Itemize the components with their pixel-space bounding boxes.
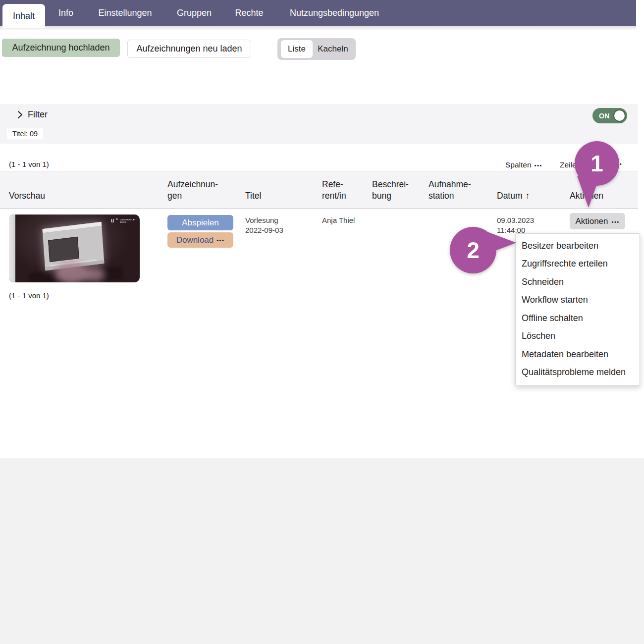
datum-label: Datum <box>497 191 523 201</box>
menu-item-schneiden[interactable]: Schneiden <box>516 273 640 291</box>
aktionen-label: Aktionen <box>575 216 608 226</box>
col-header-referent[interactable]: Refe- rent/in <box>322 179 346 202</box>
aktionen-button[interactable]: Aktionen ••• <box>570 213 625 229</box>
abspielen-button[interactable]: Abspielen <box>167 215 233 230</box>
university-bern-logo: u b UNIVERSITÄT BERN <box>111 217 136 223</box>
tab-gruppen[interactable]: Gruppen <box>169 0 219 26</box>
aktionen-dots-icon[interactable]: ••• <box>612 219 620 225</box>
tab-nutzungsbedingungen[interactable]: Nutzungsbedingungen <box>283 0 385 26</box>
logo-wordmark: UNIVERSITÄT BERN <box>120 218 136 223</box>
result-count-top: (1 - 1 von 1) <box>9 160 49 168</box>
col-header-datum[interactable]: Datum↑ <box>497 178 530 202</box>
toggle-knob[interactable] <box>613 109 626 122</box>
page-footer-area <box>0 458 644 644</box>
chevron-right-icon <box>17 110 23 119</box>
tab-rechte[interactable]: Rechte <box>229 0 269 26</box>
annotation-marker-2: 2 <box>450 227 519 274</box>
menu-item-zugriffsrechte-erteilen[interactable]: Zugriffsrechte erteilen <box>516 255 640 273</box>
menu-item-metadaten-bearbeiten[interactable]: Metadaten bearbeiten <box>516 345 640 364</box>
filter-on-toggle[interactable]: ON <box>592 108 627 123</box>
sort-ascending-icon[interactable]: ↑ <box>526 191 530 201</box>
view-toggle: Liste Kacheln <box>277 38 356 60</box>
col-header-beschreibung[interactable]: Beschrei- bung <box>372 179 409 202</box>
menu-item-workflow-starten[interactable]: Workflow starten <box>516 291 640 310</box>
spalten-dots-icon[interactable]: ••• <box>535 162 542 168</box>
tab-einstellungen[interactable]: Einstellungen <box>89 0 161 26</box>
row-titel: Vorlesung 2022-09-03 <box>245 215 283 235</box>
navbar-shadow <box>0 26 636 31</box>
view-toggle-kacheln[interactable]: Kacheln <box>313 40 353 58</box>
filter-chip-titel[interactable]: Titel: 09 <box>7 128 43 139</box>
filter-expander[interactable]: Filter <box>17 109 48 120</box>
filter-panel <box>0 104 638 144</box>
marker-2-circle: 2 <box>450 227 496 273</box>
annotation-marker-1: 1 <box>573 141 621 208</box>
view-toggle-liste[interactable]: Liste <box>281 40 313 58</box>
col-header-aufnahmestation[interactable]: Aufnahme- station <box>429 179 471 202</box>
col-header-aufzeichnungen: Aufzeichnun- gen <box>167 179 218 202</box>
thumbnail-video-frame <box>48 237 79 262</box>
menu-item-qualitaetsprobleme-melden[interactable]: Qualitätsprobleme melden <box>516 364 640 382</box>
menu-item-offline-schalten[interactable]: Offline schalten <box>516 309 640 327</box>
filter-label: Filter <box>28 109 48 120</box>
reload-recordings-button[interactable]: Aufzeichnungen neu laden <box>127 40 251 58</box>
menu-item-loeschen[interactable]: Löschen <box>516 327 640 346</box>
thumbnail-left-strip <box>9 215 15 282</box>
spalten-menu-control[interactable]: Spalten ••• <box>505 161 542 169</box>
thumbnail-hand-2 <box>83 267 105 282</box>
col-header-vorschau: Vorschau <box>9 190 45 202</box>
tab-inhalt[interactable]: Inhalt <box>2 4 45 28</box>
col-header-titel[interactable]: Titel <box>245 190 261 202</box>
marker-1-circle: 1 <box>575 141 619 186</box>
video-thumbnail[interactable]: u b UNIVERSITÄT BERN <box>9 215 140 282</box>
result-count-bottom: (1 - 1 von 1) <box>9 291 49 300</box>
aktionen-dropdown-menu: Besitzer bearbeiten Zugriffsrechte ertei… <box>515 233 640 386</box>
download-dots-icon[interactable]: ••• <box>216 237 224 243</box>
upload-recording-button[interactable]: Aufzeichnung hochladen <box>2 39 120 57</box>
row-referent: Anja Thiel <box>322 215 355 225</box>
logo-b-superscript: b <box>116 217 118 221</box>
download-button[interactable]: Download ••• <box>167 232 233 248</box>
tab-info[interactable]: Info <box>51 0 81 26</box>
logo-u-glyph: u <box>111 217 114 223</box>
download-label: Download <box>176 235 214 245</box>
menu-item-besitzer-bearbeiten[interactable]: Besitzer bearbeiten <box>516 237 640 255</box>
page: Inhalt Info Einstellungen Gruppen Rechte… <box>0 0 644 644</box>
spalten-label: Spalten <box>505 161 532 169</box>
toggle-on-label: ON <box>599 108 610 123</box>
table-header-row: Vorschau Aufzeichnun- gen Titel Refe- re… <box>0 171 638 209</box>
